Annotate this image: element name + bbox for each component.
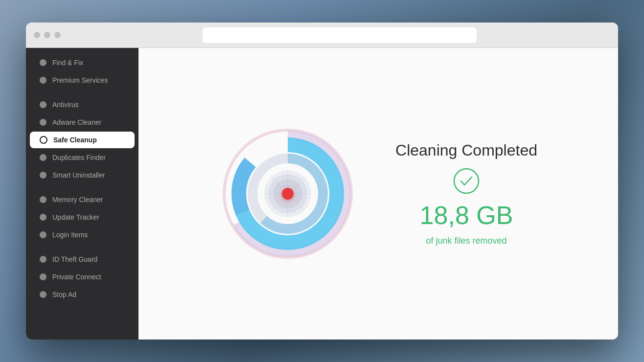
sidebar-label-private-connect: Private Connect — [52, 273, 101, 281]
sidebar-item-adware-cleaner[interactable]: Adware Cleaner — [30, 114, 135, 131]
app-window: Find & Fix Premium Services Antivirus Ad… — [26, 23, 618, 339]
minimize-button[interactable] — [44, 32, 50, 38]
cleaning-title: Cleaning Completed — [395, 141, 537, 159]
sidebar-item-duplicates-finder[interactable]: Duplicates Finder — [30, 149, 135, 166]
sidebar-icon-antivirus — [40, 101, 46, 108]
search-bar[interactable] — [203, 27, 477, 43]
sidebar-item-login-items[interactable]: Login Items — [30, 226, 135, 243]
sidebar-icon-safe-cleanup — [40, 136, 47, 144]
center-dot — [282, 188, 294, 200]
sidebar-label-adware-cleaner: Adware Cleaner — [52, 118, 101, 126]
sidebar: Find & Fix Premium Services Antivirus Ad… — [26, 48, 138, 339]
sidebar-item-safe-cleanup[interactable]: Safe Cleanup — [30, 132, 135, 148]
sidebar-label-duplicates-finder: Duplicates Finder — [52, 154, 106, 161]
sidebar-item-update-tracker[interactable]: Update Tracker — [30, 209, 135, 226]
traffic-lights — [34, 32, 61, 38]
sidebar-label-safe-cleanup: Safe Cleanup — [53, 136, 97, 144]
sidebar-icon-adware-cleaner — [40, 119, 46, 126]
sidebar-label-login-items: Login Items — [52, 231, 88, 239]
sidebar-label-find-fix: Find & Fix — [52, 59, 83, 67]
content-area: Cleaning Completed 18,8 GB of junk files… — [219, 125, 537, 262]
sidebar-label-antivirus: Antivirus — [52, 101, 79, 109]
sidebar-label-update-tracker: Update Tracker — [52, 213, 99, 221]
sidebar-item-premium-services[interactable]: Premium Services — [30, 72, 135, 89]
info-panel: Cleaning Completed 18,8 GB of junk files… — [395, 141, 537, 246]
sidebar-item-antivirus[interactable]: Antivirus — [30, 96, 135, 113]
main-content: Find & Fix Premium Services Antivirus Ad… — [26, 48, 618, 339]
sidebar-label-premium-services: Premium Services — [52, 76, 108, 84]
sidebar-icon-premium-services — [40, 77, 46, 84]
sidebar-item-smart-uninstaller[interactable]: Smart Uninstaller — [30, 167, 135, 183]
junk-size: 18,8 GB — [420, 203, 513, 228]
junk-subtitle: of junk files removed — [426, 236, 506, 246]
sidebar-icon-update-tracker — [40, 214, 46, 221]
sidebar-label-memory-cleaner: Memory Cleaner — [52, 196, 103, 204]
sidebar-item-private-connect[interactable]: Private Connect — [30, 269, 135, 285]
sidebar-icon-login-items — [40, 231, 46, 238]
sidebar-icon-memory-cleaner — [40, 196, 46, 203]
sidebar-icon-duplicates-finder — [40, 154, 46, 161]
sidebar-icon-smart-uninstaller — [40, 172, 46, 179]
title-bar — [26, 23, 618, 48]
close-button[interactable] — [34, 32, 40, 38]
sidebar-icon-private-connect — [40, 273, 46, 280]
sidebar-icon-stop-ad — [40, 291, 46, 298]
sidebar-label-stop-ad: Stop Ad — [52, 291, 76, 298]
sidebar-icon-id-theft-guard — [40, 256, 46, 263]
sidebar-item-id-theft-guard[interactable]: ID Theft Guard — [30, 251, 135, 268]
sidebar-label-smart-uninstaller: Smart Uninstaller — [52, 171, 105, 179]
sidebar-item-memory-cleaner[interactable]: Memory Cleaner — [30, 191, 135, 208]
right-panel: Cleaning Completed 18,8 GB of junk files… — [138, 48, 618, 339]
sidebar-item-stop-ad[interactable]: Stop Ad — [30, 286, 135, 303]
svg-point-13 — [454, 169, 479, 193]
check-circle-icon — [453, 167, 480, 195]
sidebar-icon-find-fix — [40, 59, 46, 66]
maximize-button[interactable] — [54, 32, 61, 38]
sidebar-label-id-theft-guard: ID Theft Guard — [52, 255, 97, 263]
sidebar-item-find-fix[interactable]: Find & Fix — [30, 54, 135, 71]
donut-chart — [219, 125, 356, 262]
